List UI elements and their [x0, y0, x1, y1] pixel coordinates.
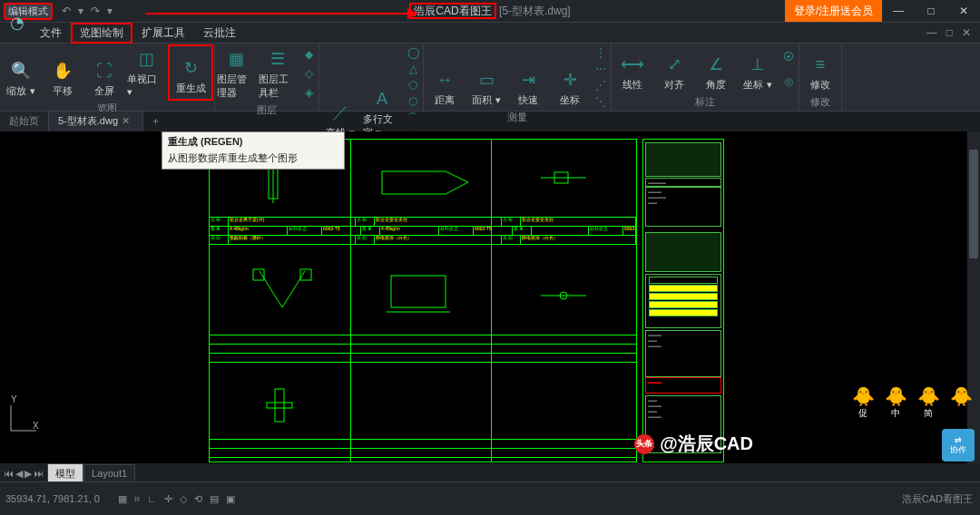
polar-icon[interactable]: ✛	[164, 493, 172, 505]
line-button[interactable]: ／直线 ▾	[319, 44, 361, 143]
drawing-sheet: 名 称轮合金男子梁(外) 名 称轮合金安全夹往 名 称轮合金安全夹柱 重 量4.…	[209, 139, 637, 462]
modify-button[interactable]: ≡修改	[799, 44, 841, 95]
minimize-button[interactable]: —	[882, 0, 915, 22]
duck-icon: 🐥	[852, 385, 875, 407]
viewport-button-icon: ◫	[134, 47, 158, 71]
mascot-button[interactable]: 🐥简	[915, 385, 942, 425]
watermark: 头条 @浩辰CAD	[634, 432, 753, 456]
small-tool-icon[interactable]: ⌒	[405, 111, 421, 125]
tab-layout1[interactable]: Layout1	[83, 464, 135, 482]
first-icon[interactable]: ⏮	[4, 468, 14, 480]
fullscreen-button[interactable]: ⛶全屏	[83, 44, 125, 102]
angle-button[interactable]: ∠角度	[695, 44, 737, 95]
modify-button-icon: ≡	[808, 53, 832, 76]
align-button[interactable]: ⤢对齐	[653, 44, 695, 95]
distance-button[interactable]: ↔距离	[424, 44, 466, 111]
grid-icon[interactable]: ▦	[118, 493, 127, 505]
menu-file[interactable]: 文件	[31, 23, 71, 44]
svg-rect-4	[253, 269, 264, 280]
small-tool-icon[interactable]: ◎	[780, 74, 797, 89]
viewport-button[interactable]: ◫单视口 ▾	[125, 44, 167, 102]
undo-icon[interactable]: ↶	[62, 5, 71, 17]
regen-button-icon: ↻	[179, 56, 202, 80]
menu-bar: ◔ 文件 览图绘制 扩展工具 云批注 — □ ✕	[0, 23, 980, 43]
small-tool-icon[interactable]: ◆	[300, 47, 317, 62]
angle-button-icon: ∠	[704, 53, 728, 76]
menu-ext-tools[interactable]: 扩展工具	[132, 23, 194, 44]
menu-view-draw[interactable]: 览图绘制	[71, 23, 132, 44]
tooltip-desc: 从图形数据库重生成整个图形	[162, 151, 344, 169]
area-button-icon: ▭	[475, 68, 498, 92]
group-label: 图层	[215, 103, 318, 119]
title-bar: 编辑模式 ↶ ▾ ↷ ▾ 浩辰CAD看图王 [5-型材表.dwg] 登录/注册送…	[0, 0, 980, 23]
doc-name: [5-型材表.dwg]	[499, 5, 571, 17]
child-close-icon[interactable]: ✕	[962, 26, 971, 39]
area-button[interactable]: ▭面积 ▾	[466, 44, 507, 111]
small-tool-icon[interactable]: ◇	[300, 66, 317, 81]
small-tool-icon[interactable]: ⦿	[780, 50, 797, 64]
track-icon[interactable]: ⟲	[194, 493, 202, 505]
prev-icon[interactable]: ◀	[15, 468, 23, 480]
small-tool-icon[interactable]: ⬠	[405, 78, 421, 92]
small-tool-icon[interactable]: ◯	[405, 45, 421, 60]
ribbon: 🔍缩放 ▾✋平移⛶全屏◫单视口 ▾↻重生成览图▦图层管理器☰图层工具栏◆◇◈图层…	[0, 43, 980, 112]
new-tab-button[interactable]: ＋	[143, 112, 168, 131]
collab-button[interactable]: ⇄协作	[942, 429, 975, 462]
ortho-icon[interactable]: ∟	[147, 493, 157, 505]
layer-toolbar-button[interactable]: ☰图层工具栏	[257, 44, 299, 103]
layer-manager-button[interactable]: ▦图层管理器	[215, 44, 257, 103]
ycoord-button[interactable]: ⊥坐标 ▾	[737, 44, 779, 95]
mascot-button[interactable]: 🐥中	[882, 385, 909, 425]
ycoord-button-icon: ⊥	[746, 53, 769, 76]
svg-rect-11	[267, 403, 292, 408]
layer-manager-button-icon: ▦	[224, 47, 248, 71]
osnap-icon[interactable]: ◇	[180, 493, 187, 505]
login-button[interactable]: 登录/注册送会员	[785, 0, 882, 22]
svg-rect-6	[391, 276, 446, 307]
snap-icon[interactable]: ⌗	[134, 493, 140, 505]
regen-button[interactable]: ↻重生成	[168, 44, 213, 101]
small-tool-icon[interactable]: ◈	[300, 85, 317, 100]
drawing-area[interactable]: 重生成 (REGEN) 从图形数据库重生成整个图形	[0, 131, 980, 483]
small-tool-icon[interactable]: ⋱	[593, 94, 609, 109]
quick-button[interactable]: ⇥快速	[507, 44, 549, 111]
small-tool-icon[interactable]: ⋰	[593, 78, 609, 92]
mtext-button[interactable]: A多行文字 ▾	[361, 44, 403, 143]
zoom-button-icon: 🔍	[9, 59, 33, 83]
pan-button[interactable]: ✋平移	[42, 44, 83, 102]
close-icon[interactable]: ✕	[118, 115, 133, 126]
status-bar: 35934.71, 7981.21, 0 ▦ ⌗ ∟ ✛ ◇ ⟲ ▤ ▣ 浩辰C…	[0, 481, 980, 515]
duck-icon: 🐥	[917, 385, 940, 407]
dropdown-icon[interactable]: ▾	[107, 5, 113, 17]
small-tool-icon[interactable]: ⋯	[593, 62, 609, 76]
zoom-button[interactable]: 🔍缩放 ▾	[0, 44, 42, 102]
tab-start[interactable]: 起始页	[0, 112, 49, 131]
line-button-icon: ／	[328, 101, 352, 124]
window-close-button[interactable]: ✕	[947, 0, 980, 22]
tab-active-doc[interactable]: 5-型材表.dwg✕	[49, 112, 143, 131]
lwt-icon[interactable]: ▤	[210, 493, 219, 505]
small-tool-icon[interactable]: ⋮	[593, 45, 609, 60]
small-tool-icon[interactable]: △	[405, 62, 421, 76]
dropdown-icon[interactable]: ▾	[78, 5, 83, 17]
redo-icon[interactable]: ↷	[91, 5, 100, 17]
maximize-button[interactable]: □	[915, 0, 947, 22]
coord-button[interactable]: ✛坐标	[549, 44, 591, 111]
linear-button[interactable]: ⟷线性	[612, 44, 653, 95]
small-tool-icon[interactable]: ⬡	[405, 94, 421, 109]
app-name: 浩辰CAD看图王	[409, 3, 495, 19]
child-min-icon[interactable]: —	[926, 26, 937, 39]
menu-cloud-annot[interactable]: 云批注	[194, 23, 245, 44]
mascot-button[interactable]: 🐥	[947, 385, 975, 425]
align-button-icon: ⤢	[662, 53, 686, 76]
model-tabs: ⏮ ◀ ▶ ⏭ 模型 Layout1	[0, 463, 980, 483]
group-label: 测量	[424, 111, 611, 126]
coords-readout: 35934.71, 7981.21, 0	[0, 493, 100, 504]
svg-rect-5	[300, 269, 311, 280]
child-max-icon[interactable]: □	[946, 26, 953, 39]
next-icon[interactable]: ▶	[24, 468, 32, 480]
last-icon[interactable]: ⏭	[34, 468, 44, 480]
model-icon[interactable]: ▣	[226, 493, 235, 505]
app-logo-icon[interactable]: ◔	[5, 3, 29, 43]
mascot-button[interactable]: 🐥促	[849, 385, 877, 425]
